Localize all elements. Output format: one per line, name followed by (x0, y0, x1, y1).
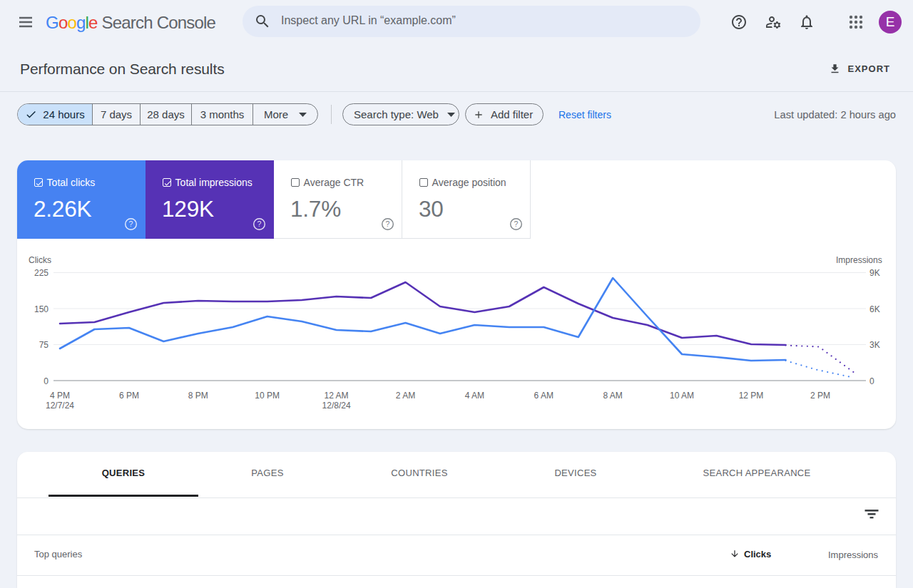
svg-text:12 AM: 12 AM (325, 391, 349, 401)
svg-text:150: 150 (34, 304, 49, 314)
svg-text:2 AM: 2 AM (396, 391, 415, 401)
svg-text:0: 0 (44, 376, 49, 386)
svg-text:3K: 3K (869, 340, 880, 350)
svg-text:9K: 9K (869, 268, 880, 278)
svg-text:6K: 6K (869, 304, 880, 314)
svg-text:6 PM: 6 PM (119, 391, 139, 401)
svg-text:8 PM: 8 PM (188, 391, 208, 401)
svg-text:12 PM: 12 PM (739, 391, 764, 401)
svg-text:4 AM: 4 AM (465, 391, 484, 401)
svg-text:2 PM: 2 PM (810, 391, 830, 401)
svg-text:Clicks: Clicks (29, 255, 51, 265)
svg-text:Impressions: Impressions (836, 255, 882, 265)
svg-text:6 AM: 6 AM (534, 391, 554, 401)
svg-text:12/8/24: 12/8/24 (322, 401, 351, 411)
svg-text:225: 225 (34, 268, 49, 278)
svg-text:75: 75 (39, 340, 49, 350)
svg-text:?: ? (128, 220, 133, 228)
svg-text:0: 0 (869, 376, 874, 386)
svg-text:10 AM: 10 AM (670, 391, 694, 401)
svg-text:?: ? (514, 220, 518, 228)
svg-text:?: ? (385, 220, 389, 228)
svg-text:?: ? (257, 220, 261, 228)
svg-text:8 AM: 8 AM (603, 391, 623, 401)
svg-text:12/7/24: 12/7/24 (46, 401, 74, 411)
svg-text:4 PM: 4 PM (50, 391, 70, 401)
svg-text:10 PM: 10 PM (255, 391, 280, 401)
